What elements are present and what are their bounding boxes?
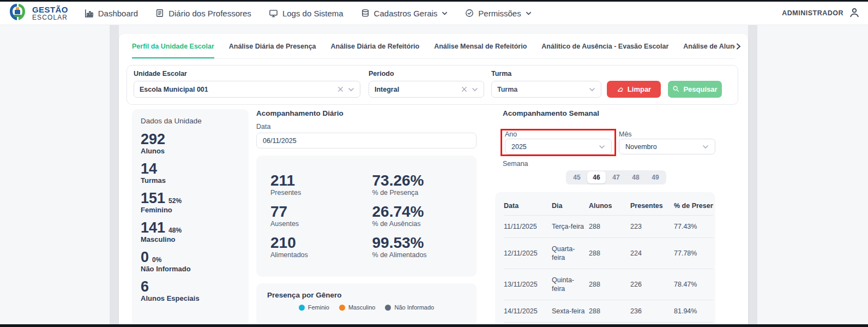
tab-1[interactable]: Perfil da Unidade Escolar	[132, 34, 214, 58]
turma-select[interactable]: Turma	[491, 81, 601, 98]
nav-item-label: Diário dos Professores	[168, 9, 251, 18]
week-pill-48[interactable]: 48	[626, 171, 645, 183]
table-header-cell: Dia	[552, 195, 589, 216]
stat-value: 141	[141, 219, 165, 236]
week-selector: 4546474849	[566, 170, 666, 185]
logo-line2: ESCOLAR	[32, 14, 68, 21]
chevron-down-icon[interactable]	[472, 86, 478, 93]
table-cell: Sexta-feira	[552, 300, 589, 323]
limpar-button-label: Limpar	[628, 85, 651, 93]
legend-item-não-informado[interactable]: Não Informado	[385, 304, 434, 311]
table-cell: 223	[630, 216, 674, 238]
daily-stat-label: % de Ausências	[372, 220, 462, 228]
limpar-button[interactable]: Limpar	[607, 81, 661, 98]
stat-value: 292	[141, 131, 165, 147]
app-logo-text: GESTÃO ESCOLAR	[32, 5, 68, 21]
table-cell: 12/11/2025	[504, 238, 552, 269]
periodo-value: Integral	[375, 86, 457, 93]
week-pill-46[interactable]: 46	[587, 171, 606, 183]
legend-dot-icon	[299, 305, 305, 311]
legend-dot-icon	[339, 305, 345, 311]
week-pill-49[interactable]: 49	[646, 171, 665, 183]
stat-value: 0	[141, 249, 149, 265]
legend-item-masculino[interactable]: Masculino	[339, 304, 376, 311]
legend-label: Não Informado	[394, 304, 434, 311]
stat-value-row: 00%	[141, 249, 240, 265]
data-label: Data	[256, 123, 477, 130]
tab-3[interactable]: Análise Diária de Refeitório	[331, 34, 420, 58]
nav-item-label: Cadastros Gerais	[374, 9, 438, 18]
clear-icon[interactable]	[337, 86, 343, 92]
page-scrollbar[interactable]	[748, 25, 757, 324]
chevron-down-icon[interactable]	[589, 86, 595, 93]
tab-2[interactable]: Análise Diária de Presença	[229, 34, 316, 58]
unidade-escolar-label: Unidade Escolar	[134, 70, 187, 78]
tab-6[interactable]: Análise de Aluno	[683, 34, 735, 58]
user-label: ADMINISTRADOR	[782, 9, 843, 17]
table-cell: 288	[589, 300, 630, 323]
table-cell: 78.47%	[674, 269, 713, 300]
window-top-edge	[0, 0, 868, 2]
presenca-por-genero-title: Presença por Gênero	[267, 291, 466, 299]
table-cell: 77.43%	[674, 216, 713, 238]
daily-stat-value: 211	[270, 173, 372, 189]
ano-label: Ano	[505, 130, 517, 138]
dados-da-unidade-card: Dados da Unidade 292Alunos14Turmas15152%…	[132, 109, 249, 327]
legend-item-feminio[interactable]: Feminio	[299, 304, 329, 311]
monitor-icon	[269, 9, 278, 18]
mes-label: Mês	[619, 130, 632, 138]
legend-dot-icon	[385, 305, 391, 311]
data-input[interactable]	[256, 133, 477, 148]
nav-item-label: Permissões	[478, 9, 521, 18]
nav-item-logs-do-sistema[interactable]: Logs do Sistema	[269, 9, 343, 18]
nav-item-cadastros-gerais[interactable]: Cadastros Gerais	[361, 9, 448, 18]
table-header-row: DataDiaAlunosPresentes% de Presença	[504, 195, 713, 216]
tabs-scroll-right-button[interactable]	[733, 41, 744, 52]
stat-label: Alunos Especiais	[141, 294, 240, 303]
app-logo[interactable]: GESTÃO ESCOLAR	[8, 2, 68, 24]
weekly-table-card: DataDiaAlunosPresentes% de Presença 11/1…	[495, 192, 715, 327]
daily-stat-label: Presentes	[270, 189, 372, 197]
table-cell: 226	[630, 269, 674, 300]
table-row: 14/11/2025Sexta-feira28823681.94%	[504, 300, 713, 323]
main-nav: DashboardDiário dos ProfessoresLogs do S…	[85, 9, 532, 18]
nav-item-permissões[interactable]: Permissões	[465, 9, 531, 18]
bar-chart-icon	[85, 9, 94, 18]
tab-5[interactable]: Análitico de Ausência - Evasão Escolar	[541, 34, 668, 58]
table-cell: 288	[589, 238, 630, 269]
ano-select[interactable]: 2025	[505, 139, 612, 154]
gestao-escolar-logo-icon	[8, 2, 27, 24]
stat-label: Não Informado	[141, 265, 240, 274]
nav-item-dashboard[interactable]: Dashboard	[85, 9, 138, 18]
stat-value: 151	[141, 190, 165, 206]
clear-icon[interactable]	[461, 86, 467, 92]
week-pill-45[interactable]: 45	[568, 171, 586, 183]
mes-select[interactable]: Novembro	[619, 139, 715, 154]
chevron-down-icon[interactable]	[702, 144, 709, 150]
user-menu[interactable]: ADMINISTRADOR	[782, 7, 860, 20]
nav-item-label: Logs do Sistema	[282, 9, 343, 18]
daily-stat-label: Ausentes	[270, 220, 372, 228]
window-bottom-edge	[0, 324, 868, 327]
chevron-down-icon[interactable]	[348, 86, 354, 93]
pesquisar-button[interactable]: Pesquisar	[668, 81, 722, 98]
stat-sub-percent: 0%	[152, 256, 161, 264]
ano-value: 2025	[511, 143, 594, 151]
stat-value-row: 14148%	[141, 220, 240, 235]
stat-sub-percent: 48%	[168, 227, 182, 234]
table-cell: 81.94%	[674, 300, 713, 323]
user-icon	[848, 7, 860, 20]
daily-stats-card: 211Presentes77Ausentes210Alimentados 73.…	[256, 156, 477, 277]
pesquisar-button-label: Pesquisar	[683, 85, 717, 93]
database-icon	[361, 9, 370, 17]
table-cell: 288	[589, 269, 630, 300]
top-navbar: GESTÃO ESCOLAR DashboardDiário dos Profe…	[0, 2, 868, 25]
dados-da-unidade-title: Dados da Unidade	[141, 117, 240, 125]
tab-4[interactable]: Análise Mensal de Refeitório	[434, 34, 527, 58]
unidade-escolar-select[interactable]: Escola Municipal 001	[134, 81, 360, 98]
week-pill-47[interactable]: 47	[607, 171, 625, 183]
periodo-select[interactable]: Integral	[369, 81, 484, 98]
chevron-down-icon[interactable]	[599, 144, 605, 150]
nav-item-diário-dos-professores[interactable]: Diário dos Professores	[155, 9, 251, 18]
stat-label: Turmas	[141, 176, 240, 185]
